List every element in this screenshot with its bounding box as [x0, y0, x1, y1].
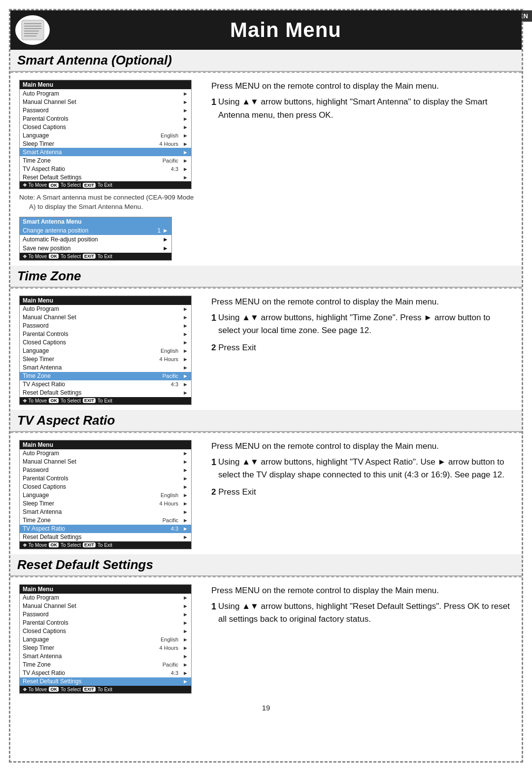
menu-row: Manual Channel Set ► [20, 98, 191, 106]
section-right-tv-aspect: Press MENU on the remote control to disp… [211, 440, 513, 549]
menu-row: Time Zone Pacific ► [20, 156, 191, 165]
menu-row: Language English► [20, 491, 191, 500]
menu-row: Parental Controls► [20, 474, 191, 483]
step-1-tv-aspect: 1 Using ▲▼ arrow buttons, highlight "TV … [211, 456, 513, 482]
outer-border: EN Main Menu Smart Antenna (Optional) [9, 9, 523, 763]
menu-footer-4: ❖ To Move OK To Select EXIT To Exit [20, 686, 191, 693]
submenu-row-highlighted: Change antenna position 1 ► [20, 226, 171, 235]
submenu-row: Automatic Re-adjust position ► [20, 235, 171, 244]
menu-row-highlighted: Time Zone Pacific► [20, 372, 191, 380]
menu-row: Language English► [20, 636, 191, 644]
menu-row: Closed Captions► [20, 338, 191, 347]
menu-row: Sleep Timer 4 Hours ► [20, 139, 191, 148]
menu-row: Manual Channel Set► [20, 458, 191, 466]
menu-title-4: Main Menu [20, 585, 191, 594]
menu-row: Time Zone Pacific► [20, 661, 191, 669]
step-2-time-zone: 2 Press Exit [211, 341, 513, 354]
menu-footer-1: ❖ To Move OK To Select EXIT To Exit [20, 181, 191, 189]
section-body-time-zone: Main Menu Auto Program► Manual Channel S… [10, 289, 522, 410]
menu-row: TV Aspect Ratio 4:3► [20, 669, 191, 677]
submenu-row: Save new position ► [20, 244, 171, 253]
menu-row: Smart Antenna► [20, 652, 191, 661]
menu-row: Sleep Timer 4 Hours► [20, 644, 191, 652]
section-title-tv-aspect: TV Aspect Ratio [17, 413, 115, 428]
menu-row: Reset Default Settings► [20, 389, 191, 397]
section-left-time-zone: Main Menu Auto Program► Manual Channel S… [19, 296, 201, 405]
section-header-time-zone: Time Zone [10, 266, 522, 288]
submenu-title: Smart Antenna Menu [20, 217, 171, 226]
step-1-reset: 1 Using ▲▼ arrow buttons, highlight "Res… [211, 600, 513, 626]
section-left-smart-antenna: Main Menu Auto Program ► Manual Channel … [19, 80, 201, 261]
section-body-smart-antenna: Main Menu Auto Program ► Manual Channel … [10, 73, 522, 266]
section-left-reset: Main Menu Auto Program► Manual Channel S… [19, 584, 201, 694]
menu-row: Auto Program ► [20, 89, 191, 98]
menu-box-reset: Main Menu Auto Program► Manual Channel S… [19, 584, 192, 694]
menu-row: Password ► [20, 106, 191, 114]
menu-row: TV Aspect Ratio 4:3► [20, 380, 191, 389]
menu-row: Password► [20, 322, 191, 330]
menu-row: Parental Controls ► [20, 114, 191, 123]
menu-row-highlighted: TV Aspect Ratio 4:3► [20, 525, 191, 533]
menu-row: Time Zone Pacific► [20, 516, 191, 525]
logo-icon [19, 18, 46, 42]
menu-row: TV Aspect Ratio 4:3 ► [20, 165, 191, 173]
menu-row: Manual Channel Set► [20, 602, 191, 610]
step-2-tv-aspect: 2 Press Exit [211, 486, 513, 499]
logo [15, 15, 50, 45]
menu-row: Parental Controls► [20, 619, 191, 627]
page-title: Main Menu [60, 18, 512, 42]
menu-row-highlighted: Smart Antenna ► [20, 148, 191, 156]
menu-row-highlighted: Reset Default Settings ► [20, 677, 191, 686]
menu-row: Closed Captions► [20, 627, 191, 636]
page-number: 19 [10, 699, 522, 716]
menu-row: Smart Antenna► [20, 508, 191, 516]
press-menu-text-3: Press MENU on the remote control to disp… [211, 440, 513, 453]
menu-footer-2: ❖ To Move OK To Select EXIT To Exit [20, 397, 191, 404]
submenu-footer: ❖ To Move OK To Select EXIT To Exit [20, 253, 171, 260]
section-title-time-zone: Time Zone [17, 269, 81, 284]
step-1-time-zone: 1 Using ▲▼ arrow buttons, highlight "Tim… [211, 311, 513, 337]
menu-row: Language English► [20, 347, 191, 355]
menu-title-1: Main Menu [20, 80, 191, 89]
menu-row: Language English ► [20, 131, 191, 139]
menu-row: Auto Program► [20, 449, 191, 458]
section-body-tv-aspect: Main Menu Auto Program► Manual Channel S… [10, 433, 522, 554]
menu-title-2: Main Menu [20, 296, 191, 305]
menu-row: Password► [20, 466, 191, 474]
menu-row: Closed Captions► [20, 483, 191, 491]
menu-row: Sleep Timer 4 Hours► [20, 500, 191, 508]
menu-row: Manual Channel Set► [20, 313, 191, 322]
section-time-zone: Time Zone Main Menu Auto Program► Manual… [10, 266, 522, 410]
section-title-reset: Reset Default Settings [17, 557, 153, 572]
section-title-smart-antenna: Smart Antenna (Optional) [17, 53, 172, 68]
section-tv-aspect-ratio: TV Aspect Ratio Main Menu Auto Program► … [10, 410, 522, 554]
page-header: Main Menu [10, 10, 522, 50]
submenu-smart-antenna: Smart Antenna Menu Change antenna positi… [19, 217, 172, 261]
press-menu-text-1: Press MENU on the remote control to disp… [211, 80, 513, 93]
section-body-reset: Main Menu Auto Program► Manual Channel S… [10, 577, 522, 699]
menu-box-tv-aspect: Main Menu Auto Program► Manual Channel S… [19, 440, 192, 549]
section-header-reset: Reset Default Settings [10, 554, 522, 576]
menu-row: Sleep Timer 4 Hours► [20, 355, 191, 364]
note-smart-antenna: Note: A Smart antenna must be connected … [19, 193, 201, 212]
section-header-tv-aspect: TV Aspect Ratio [10, 410, 522, 432]
section-smart-antenna: Smart Antenna (Optional) Main Menu Auto … [10, 50, 522, 266]
menu-title-3: Main Menu [20, 440, 191, 449]
menu-row: Auto Program► [20, 305, 191, 313]
press-menu-text-4: Press MENU on the remote control to disp… [211, 584, 513, 597]
section-right-smart-antenna: Press MENU on the remote control to disp… [211, 80, 513, 261]
section-right-reset: Press MENU on the remote control to disp… [211, 584, 513, 694]
menu-row: Closed Captions ► [20, 123, 191, 131]
menu-box-time-zone: Main Menu Auto Program► Manual Channel S… [19, 296, 192, 405]
menu-box-smart-antenna: Main Menu Auto Program ► Manual Channel … [19, 80, 192, 189]
section-reset-default: Reset Default Settings Main Menu Auto Pr… [10, 554, 522, 699]
svg-rect-0 [22, 20, 44, 40]
section-left-tv-aspect: Main Menu Auto Program► Manual Channel S… [19, 440, 201, 549]
menu-footer-3: ❖ To Move OK To Select EXIT To Exit [20, 541, 191, 549]
menu-row: Auto Program► [20, 594, 191, 602]
section-right-time-zone: Press MENU on the remote control to disp… [211, 296, 513, 405]
menu-row: Reset Default Settings► [20, 533, 191, 541]
section-header-smart-antenna: Smart Antenna (Optional) [10, 50, 522, 72]
menu-row: Password► [20, 610, 191, 619]
menu-row: Reset Default Settings ► [20, 173, 191, 181]
